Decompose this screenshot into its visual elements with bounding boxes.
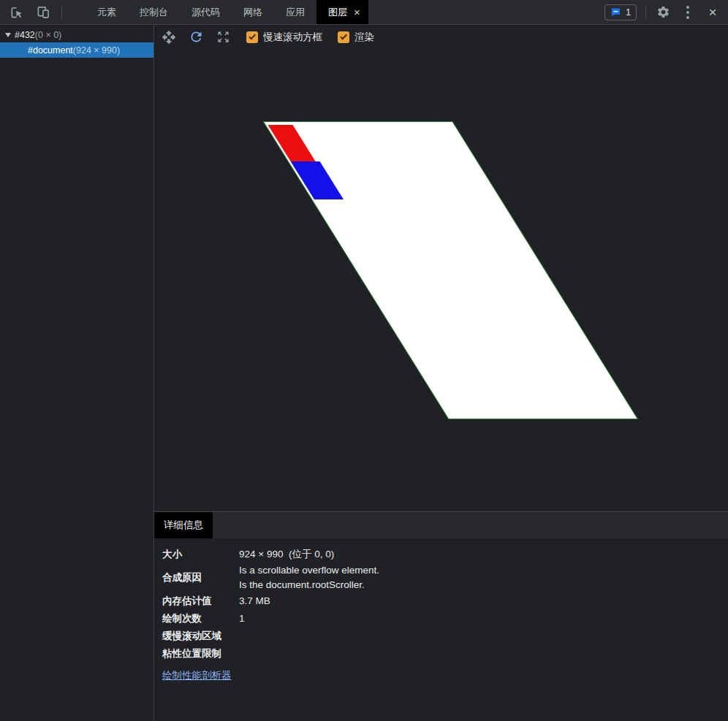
detail-row-size: 大小 924 × 990 (位于 0, 0) [162, 546, 719, 563]
checkbox-checked-icon[interactable] [338, 31, 349, 43]
header-icon-group [0, 0, 72, 24]
issues-count: 1 [626, 7, 631, 18]
scroll-rect-blue-overlay [291, 161, 344, 199]
rotate-mode-icon[interactable] [188, 29, 204, 45]
document-layer-quad[interactable] [264, 122, 637, 419]
detail-label: 大小 [162, 548, 239, 561]
close-devtools-icon[interactable]: × [705, 4, 721, 20]
tab-elements[interactable]: 元素 [86, 0, 128, 24]
tab-layers[interactable]: 图层 × [316, 0, 368, 24]
layer-dimensions: (0 × 0) [35, 30, 61, 40]
tab-sources[interactable]: 源代码 [180, 0, 232, 24]
tab-application[interactable]: 应用 [274, 0, 316, 24]
pan-mode-icon[interactable] [161, 29, 177, 45]
detail-label: 绘制次数 [162, 612, 239, 625]
settings-gear-icon[interactable] [655, 4, 671, 20]
layer-name: #432 [15, 30, 35, 40]
layer-details-panel: 详细信息 大小 924 × 990 (位于 0, 0) 合成原因 Is a sc… [154, 511, 728, 721]
expander-triangle-icon[interactable] [5, 33, 11, 37]
layers-panel: #432(0 × 0) #document(924 × 990) [0, 25, 728, 721]
detail-row-compositing-reasons: 合成原因 Is a scrollable overflow element. I… [162, 563, 719, 592]
devtools-window: 元素 控制台 源代码 网络 应用 图层 × 1 [0, 0, 728, 721]
slow-scroll-rects-label: 慢速滚动方框 [263, 31, 322, 44]
issues-bubble-icon [610, 7, 621, 18]
detail-label: 粘性位置限制 [162, 647, 239, 660]
more-options-kebab-icon[interactable] [680, 4, 696, 20]
layers-view-toolbar: 慢速滚动方框 渲染 [154, 25, 728, 49]
header-right-controls: 1 × [604, 0, 728, 24]
detail-label: 缓慢滚动区域 [162, 630, 239, 643]
detail-value: 924 × 990 (位于 0, 0) [239, 547, 334, 562]
detail-row-sticky-constraints: 粘性位置限制 [162, 645, 719, 663]
tab-network[interactable]: 网络 [232, 0, 274, 24]
tab-layers-label: 图层 [328, 6, 347, 19]
detail-row-memory-estimate: 内存估计值 3.7 MB [162, 592, 719, 610]
detail-value: 3.7 MB [239, 594, 270, 609]
compositing-reason-line: Is the document.rootScroller. [239, 578, 379, 592]
detail-label: 内存估计值 [162, 595, 239, 608]
scroll-rect-red-overlay [268, 125, 315, 161]
device-toolbar-icon[interactable] [35, 4, 51, 20]
slow-scroll-rects-toggle[interactable]: 慢速滚动方框 [246, 31, 322, 44]
layers-3d-canvas[interactable] [154, 49, 728, 511]
tab-close-icon[interactable]: × [354, 7, 360, 18]
paint-profiler-link[interactable]: 绘制性能剖析器 [162, 669, 232, 682]
layer-tree-item-root[interactable]: #432(0 × 0) [0, 27, 153, 42]
inspect-element-icon[interactable] [9, 4, 25, 20]
panel-tabs: 元素 控制台 源代码 网络 应用 图层 × [86, 0, 368, 24]
toolbar-divider [61, 6, 62, 19]
detail-value: Is a scrollable overflow element. Is the… [239, 563, 379, 592]
recenter-view-icon[interactable] [215, 29, 231, 45]
devtools-main-toolbar: 元素 控制台 源代码 网络 应用 图层 × 1 [0, 0, 728, 25]
toolbar-divider [645, 6, 646, 19]
checkbox-checked-icon[interactable] [246, 31, 258, 43]
details-table: 大小 924 × 990 (位于 0, 0) 合成原因 Is a scrolla… [154, 538, 728, 682]
details-tabbar: 详细信息 [154, 512, 728, 538]
layer-tree-sidebar: #432(0 × 0) #document(924 × 990) [0, 25, 154, 721]
layer-dimensions: (924 × 990) [73, 45, 120, 56]
compositing-reason-line: Is a scrollable overflow element. [239, 563, 379, 578]
issues-badge[interactable]: 1 [604, 4, 637, 20]
tab-console[interactable]: 控制台 [128, 0, 180, 24]
layer-tree-item-document[interactable]: #document(924 × 990) [0, 42, 153, 58]
detail-row-paint-count: 绘制次数 1 [162, 610, 719, 627]
paints-toggle[interactable]: 渲染 [338, 31, 374, 44]
detail-row-slow-scroll-regions: 缓慢滚动区域 [162, 627, 719, 645]
detail-label: 合成原因 [162, 571, 239, 584]
layer-name: #document [28, 45, 73, 56]
paints-label: 渲染 [354, 31, 374, 44]
tab-details[interactable]: 详细信息 [154, 512, 213, 538]
detail-value: 1 [239, 611, 245, 626]
layers-view-column: 慢速滚动方框 渲染 详细信息 [154, 25, 728, 721]
